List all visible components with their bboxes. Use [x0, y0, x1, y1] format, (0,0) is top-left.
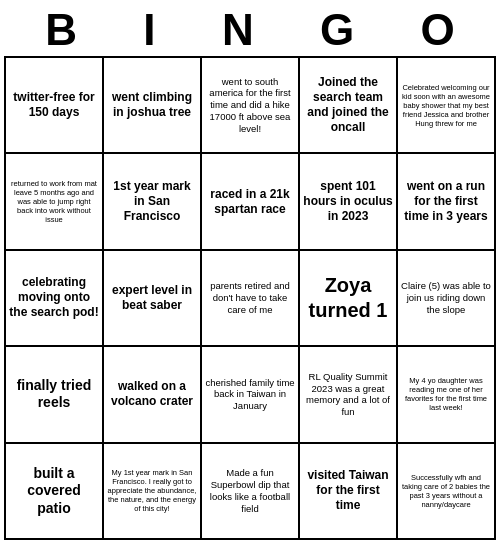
bingo-cell-22: Made a fun Superbowl dip that looks like… — [202, 444, 300, 540]
bingo-cell-21: My 1st year mark in San Francisco. I rea… — [104, 444, 202, 540]
bingo-cell-23: visited Taiwan for the first time — [300, 444, 398, 540]
bingo-cell-5: returned to work from mat leave 5 months… — [6, 154, 104, 250]
letter-i: I — [143, 8, 155, 52]
bingo-cell-19: My 4 yo daughter was reading me one of h… — [398, 347, 496, 443]
bingo-cell-0: twitter-free for 150 days — [6, 58, 104, 154]
bingo-cell-18: RL Quality Summit 2023 was a great memor… — [300, 347, 398, 443]
bingo-cell-4: Celebrated welcoming our kid soon with a… — [398, 58, 496, 154]
bingo-header: B I N G O — [4, 4, 496, 56]
letter-n: N — [222, 8, 254, 52]
bingo-cell-9: went on a run for the first time in 3 ye… — [398, 154, 496, 250]
bingo-cell-7: raced in a 21k spartan race — [202, 154, 300, 250]
bingo-cell-8: spent 101 hours in oculus in 2023 — [300, 154, 398, 250]
bingo-cell-2: went to south america for the first time… — [202, 58, 300, 154]
bingo-cell-10: celebrating moving onto the search pod! — [6, 251, 104, 347]
bingo-cell-1: went climbing in joshua tree — [104, 58, 202, 154]
bingo-cell-6: 1st year mark in San Francisco — [104, 154, 202, 250]
bingo-cell-13: Zoya turned 1 — [300, 251, 398, 347]
bingo-cell-14: Claire (5) was able to join us riding do… — [398, 251, 496, 347]
bingo-cell-24: Successfully wfh and taking care of 2 ba… — [398, 444, 496, 540]
bingo-cell-16: walked on a volcano crater — [104, 347, 202, 443]
bingo-card: B I N G O twitter-free for 150 dayswent … — [0, 0, 500, 544]
bingo-cell-11: expert level in beat saber — [104, 251, 202, 347]
letter-o: O — [421, 8, 455, 52]
bingo-grid: twitter-free for 150 dayswent climbing i… — [4, 56, 496, 540]
bingo-cell-12: parents retired and don't have to take c… — [202, 251, 300, 347]
letter-b: B — [45, 8, 77, 52]
bingo-cell-17: cherished family time back in Taiwan in … — [202, 347, 300, 443]
letter-g: G — [320, 8, 354, 52]
bingo-cell-3: Joined the search team and joined the on… — [300, 58, 398, 154]
bingo-cell-20: built a covered patio — [6, 444, 104, 540]
bingo-cell-15: finally tried reels — [6, 347, 104, 443]
